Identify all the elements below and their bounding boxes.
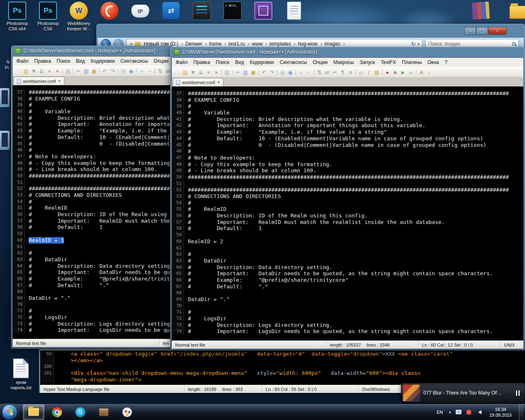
- paste-icon[interactable]: ▣: [90, 67, 98, 75]
- editor-line[interactable]: 47 # Note to developers:: [13, 153, 171, 160]
- editor-line[interactable]: 71 #: [172, 309, 523, 315]
- window-titlebar[interactable]: D:\WoWServer2\worldserver.conf - Notepad…: [170, 47, 525, 57]
- language-indicator[interactable]: EN: [435, 409, 445, 415]
- menu-item[interactable]: Кодировки: [88, 57, 118, 66]
- zoom-in-icon[interactable]: +: [297, 68, 305, 76]
- editor-line[interactable]: 100: [40, 363, 525, 370]
- editor-line[interactable]: 44 # Default: 10 - (Enabled|Comment|Vari…: [172, 135, 523, 142]
- redo-icon[interactable]: ↷: [109, 67, 116, 75]
- editor-line[interactable]: 43 # Example: "Example, i.e. if the valu…: [172, 129, 523, 135]
- editor-line[interactable]: 39 #: [172, 103, 523, 110]
- editor-line[interactable]: 65 # Important: DataDir needs to be quot…: [13, 269, 171, 276]
- save-icon[interactable]: ▼: [189, 68, 197, 76]
- print-icon[interactable]: ▤: [223, 68, 231, 76]
- desktop-icon-winrar[interactable]: [466, 2, 495, 20]
- menu-item[interactable]: Правка: [191, 58, 213, 67]
- editor[interactable]: 37 #####################################…: [13, 85, 171, 339]
- editor-line[interactable]: 71 #: [13, 308, 171, 314]
- editor-line[interactable]: 69 DataDir = ".": [172, 296, 523, 303]
- save-icon[interactable]: ▼: [30, 67, 38, 75]
- zoom-out-icon[interactable]: −: [305, 68, 313, 76]
- editor-line[interactable]: 65 # Important: DataDir needs to be quot…: [172, 270, 523, 277]
- new-file-icon[interactable]: □: [173, 68, 181, 76]
- sync-vertical-icon[interactable]: ⇅: [315, 68, 323, 76]
- indent-guide-icon[interactable]: ≡: [347, 68, 354, 76]
- editor-line[interactable]: 74 # Important: LogsDir needs to be quot…: [172, 328, 523, 335]
- editor-line[interactable]: 68: [13, 288, 171, 295]
- editor-line[interactable]: 53 # CONNECTIONS AND DIRECTORIES: [13, 192, 171, 199]
- editor-line[interactable]: 64 # Description: Data directory setting…: [172, 264, 523, 271]
- tab-worldserver-conf[interactable]: worldserver.conf ×: [14, 77, 64, 85]
- menu-item[interactable]: Плагины: [399, 58, 425, 67]
- editor-line[interactable]: 58 # Default: 1: [13, 224, 171, 231]
- editor-line[interactable]: 73 # Description: Logs directory setting…: [172, 322, 523, 329]
- editor-line[interactable]: 37 #####################################…: [13, 89, 171, 96]
- print-icon[interactable]: ▤: [64, 67, 72, 75]
- start-button[interactable]: [2, 404, 17, 420]
- editor-line[interactable]: 70: [172, 303, 523, 309]
- editor-line[interactable]: 57 # Important: RealmID must match the r…: [172, 219, 523, 226]
- editor-line[interactable]: 67 # Default: ".": [172, 283, 523, 290]
- editor-line[interactable]: 56 # Description: ID of the Realm using …: [172, 212, 523, 219]
- doc-switcher-icon[interactable]: ▫: [425, 68, 433, 76]
- stop-macro-icon[interactable]: ■: [391, 68, 399, 76]
- editor-line[interactable]: 43 # Example: "Example, i.e. if the valu…: [13, 128, 171, 134]
- editor-line[interactable]: "mega-dropdown-inner">: [40, 377, 525, 383]
- pause-button[interactable]: [514, 389, 521, 397]
- record-macro-icon[interactable]: ●: [383, 68, 391, 76]
- menu-item[interactable]: Синтаксисы: [277, 58, 310, 67]
- editor-line[interactable]: 41 # Description: Brief description what…: [172, 116, 523, 123]
- menu-item[interactable]: Вид: [232, 58, 247, 67]
- menu-item[interactable]: Вид: [73, 57, 88, 66]
- editor-line[interactable]: 42 # Important: Annotation for important…: [13, 121, 171, 128]
- editor-line[interactable]: 59: [13, 231, 171, 237]
- cut-icon[interactable]: ✂: [234, 68, 242, 76]
- menu-item[interactable]: Правка: [32, 57, 54, 66]
- tab-close-icon[interactable]: ×: [58, 79, 61, 83]
- editor-line[interactable]: 64 # Description: Data directory setting…: [13, 263, 171, 269]
- sync-vertical-icon[interactable]: ⇅: [156, 67, 164, 75]
- editor-line[interactable]: 56 # Description: ID of the Realm using …: [13, 211, 171, 218]
- desktop-icon-webmoney[interactable]: W WebMoney Keeper W...: [64, 2, 94, 32]
- menu-item[interactable]: Окна: [425, 58, 442, 67]
- chevron-down-icon[interactable]: ▾: [418, 42, 420, 46]
- search-icon[interactable]: [512, 42, 516, 46]
- editor-line[interactable]: 46 #: [13, 147, 171, 153]
- desktop-icon-folder[interactable]: [504, 2, 525, 20]
- editor-line[interactable]: 51: [172, 180, 523, 187]
- maximize-button[interactable]: ▢: [476, 27, 488, 35]
- editor-line[interactable]: 101 <div class="nav-child dropdown-menu …: [40, 370, 525, 377]
- editor-line[interactable]: 52 #####################################…: [13, 185, 171, 192]
- editor-line[interactable]: 54 #: [172, 200, 523, 206]
- editor-line[interactable]: 60 RealmID = 1: [13, 237, 171, 244]
- editor-line[interactable]: 52 #####################################…: [172, 187, 523, 193]
- skype-taskbar-button[interactable]: S: [70, 404, 91, 420]
- replace-icon[interactable]: ◉: [127, 67, 135, 75]
- editor-line[interactable]: 40 # Variable: [172, 110, 523, 116]
- editor-line[interactable]: 38 # EXAMPLE CONFIG: [172, 97, 523, 103]
- close-all-icon[interactable]: ×: [53, 67, 61, 75]
- close-all-icon[interactable]: ×: [212, 68, 220, 76]
- run-macro-multiple-icon[interactable]: »: [407, 68, 415, 76]
- editor-line[interactable]: 53 # CONNECTIONS AND DIRECTORIES: [172, 193, 523, 200]
- replace-icon[interactable]: ◉: [286, 68, 294, 76]
- undo-icon[interactable]: ↶: [260, 68, 268, 76]
- spell-check-icon[interactable]: A: [418, 68, 425, 76]
- play-macro-icon[interactable]: ►: [399, 68, 407, 76]
- gallery-taskbar-button[interactable]: [116, 404, 138, 420]
- editor-line[interactable]: 69 DataDir = ".": [13, 295, 171, 301]
- editor-line[interactable]: 49 # - Line breaks should be at column 1…: [13, 166, 171, 173]
- editor-line[interactable]: 68: [172, 290, 523, 296]
- background-window-fragment[interactable]: [0, 130, 10, 150]
- editor-line[interactable]: 60 RealmID = 2: [172, 238, 523, 245]
- background-window-fragment[interactable]: [0, 88, 10, 107]
- open-file-icon[interactable]: ▨: [22, 67, 30, 75]
- editor-line[interactable]: 48 # - Copy this example to keep the for…: [13, 160, 171, 167]
- editor-line[interactable]: 50 #####################################…: [172, 174, 523, 180]
- menu-item[interactable]: Опции: [310, 58, 331, 67]
- editor-line[interactable]: 46 #: [172, 148, 523, 155]
- editor-line[interactable]: 66 # Example: "@prefix@/share/trinitycor…: [13, 276, 171, 282]
- editor-line[interactable]: 41 # Description: Brief description what…: [13, 115, 171, 121]
- explorer-titlebar[interactable]: – ▢ ×: [96, 24, 525, 38]
- editor-line[interactable]: 50 #####################################…: [13, 173, 171, 179]
